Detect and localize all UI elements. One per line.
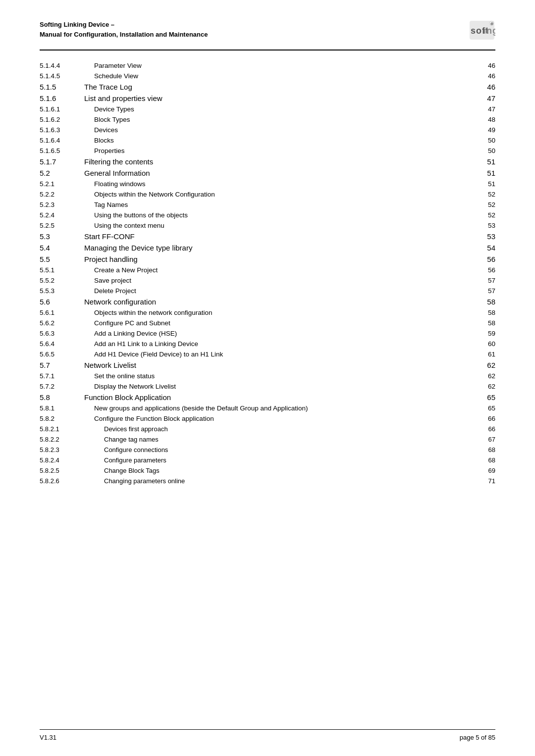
toc-row: 5.8 Function Block Application 65	[40, 392, 495, 403]
toc-row: 5.2.5 Using the context menu 53	[40, 220, 495, 231]
toc-title: Parameter View	[79, 60, 476, 71]
toc-title: Change Block Tags	[79, 465, 476, 476]
header-title: Softing Linking Device – Manual for Conf…	[40, 20, 208, 39]
toc-number: 5.6.1	[40, 307, 79, 318]
toc-title: Using the buttons of the objects	[79, 210, 476, 220]
toc-page: 51	[476, 167, 495, 179]
toc-page: 48	[476, 114, 495, 125]
toc-row: 5.1.6.5 Properties 50	[40, 146, 495, 156]
toc-number: 5.8.2	[40, 413, 79, 424]
toc-number: 5.8.2.2	[40, 434, 79, 445]
toc-number: 5.8.2.4	[40, 455, 79, 465]
toc-row: 5.2.2 Objects within the Network Configu…	[40, 189, 495, 200]
toc-number: 5.1.4.5	[40, 71, 79, 81]
toc-row: 5.1.6 List and properties view 47	[40, 93, 495, 104]
toc-page: 56	[476, 265, 495, 275]
toc-title: General Information	[79, 167, 476, 179]
toc-row: 5.6.5 Add H1 Device (Field Device) to an…	[40, 349, 495, 359]
toc-number: 5.7	[40, 359, 79, 371]
toc-row: 5.1.4.5 Schedule View 46	[40, 71, 495, 81]
toc-page: 58	[476, 307, 495, 318]
toc-number: 5.5.1	[40, 265, 79, 275]
toc-number: 5.1.6.4	[40, 135, 79, 146]
toc-title: The Trace Log	[79, 81, 476, 93]
footer-version: V1.31	[40, 734, 56, 741]
toc-page: 62	[476, 381, 495, 392]
toc-row: 5.2.3 Tag Names 52	[40, 200, 495, 210]
toc-title: Add an H1 Link to a Linking Device	[79, 339, 476, 349]
toc-number: 5.1.6.3	[40, 125, 79, 135]
toc-title: Configure connections	[79, 445, 476, 455]
toc-number: 5.6.4	[40, 339, 79, 349]
toc-row: 5.5.1 Create a New Project 56	[40, 265, 495, 275]
toc-title: Create a New Project	[79, 265, 476, 275]
toc-page: 58	[476, 318, 495, 328]
toc-page: 52	[476, 210, 495, 220]
toc-page: 49	[476, 125, 495, 135]
toc-title: Delete Project	[79, 286, 476, 296]
toc-title: Blocks	[79, 135, 476, 146]
toc-page: 67	[476, 434, 495, 445]
toc-number: 5.2.4	[40, 210, 79, 220]
toc-page: 53	[476, 231, 495, 242]
toc-row: 5.2 General Information 51	[40, 167, 495, 179]
toc-number: 5.2.1	[40, 179, 79, 189]
svg-text:ing: ing	[483, 26, 495, 36]
toc-title: Configure parameters	[79, 455, 476, 465]
toc-title: Devices first approach	[79, 424, 476, 434]
toc-page: 65	[476, 392, 495, 403]
toc-title: Tag Names	[79, 200, 476, 210]
toc-number: 5.1.6.2	[40, 114, 79, 125]
toc-row: 5.4 Managing the Device type library 54	[40, 242, 495, 253]
toc-title: Display the Network Livelist	[79, 381, 476, 392]
toc-page: 50	[476, 135, 495, 146]
toc-page: 61	[476, 349, 495, 359]
toc-row: 5.1.6.1 Device Types 47	[40, 104, 495, 114]
toc-title: Properties	[79, 146, 476, 156]
toc-row: 5.1.6.2 Block Types 48	[40, 114, 495, 125]
toc-number: 5.2.3	[40, 200, 79, 210]
toc-row: 5.3 Start FF-CONF 53	[40, 231, 495, 242]
toc-page: 62	[476, 371, 495, 381]
toc-title: Add a Linking Device (HSE)	[79, 328, 476, 339]
toc-page: 66	[476, 413, 495, 424]
toc-title: Devices	[79, 125, 476, 135]
toc-row: 5.8.2.2 Change tag names 67	[40, 434, 495, 445]
toc-row: 5.8.2 Configure the Function Block appli…	[40, 413, 495, 424]
toc-number: 5.4	[40, 242, 79, 253]
toc-page: 47	[476, 93, 495, 104]
toc-page: 71	[476, 476, 495, 486]
toc-row: 5.7.2 Display the Network Livelist 62	[40, 381, 495, 392]
toc-row: 5.5.2 Save project 57	[40, 275, 495, 286]
toc-title: Start FF-CONF	[79, 231, 476, 242]
toc-table: 5.1.4.4 Parameter View 46 5.1.4.5 Schedu…	[40, 60, 495, 486]
toc-row: 5.8.1 New groups and applications (besid…	[40, 403, 495, 413]
toc-title: New groups and applications (beside the …	[79, 403, 476, 413]
toc-title: List and properties view	[79, 93, 476, 104]
toc-page: 51	[476, 179, 495, 189]
toc-page: 57	[476, 286, 495, 296]
toc-number: 5.8	[40, 392, 79, 403]
toc-row: 5.8.2.3 Configure connections 68	[40, 445, 495, 455]
toc-row: 5.1.6.3 Devices 49	[40, 125, 495, 135]
toc-row: 5.6.1 Objects within the network configu…	[40, 307, 495, 318]
toc-title: Device Types	[79, 104, 476, 114]
toc-number: 5.1.5	[40, 81, 79, 93]
toc-number: 5.3	[40, 231, 79, 242]
toc-title: Change tag names	[79, 434, 476, 445]
toc-row: 5.2.4 Using the buttons of the objects 5…	[40, 210, 495, 220]
toc-number: 5.6.5	[40, 349, 79, 359]
toc-row: 5.1.7 Filtering the contents 51	[40, 156, 495, 167]
toc-page: 53	[476, 220, 495, 231]
toc-page: 52	[476, 200, 495, 210]
toc-page: 68	[476, 455, 495, 465]
toc-row: 5.5.3 Delete Project 57	[40, 286, 495, 296]
toc-title: Using the context menu	[79, 220, 476, 231]
toc-number: 5.5.3	[40, 286, 79, 296]
toc-number: 5.2.5	[40, 220, 79, 231]
toc-title: Save project	[79, 275, 476, 286]
toc-row: 5.1.4.4 Parameter View 46	[40, 60, 495, 71]
toc-page: 56	[476, 253, 495, 265]
toc-title: Network configuration	[79, 296, 476, 307]
header-divider	[40, 50, 495, 50]
